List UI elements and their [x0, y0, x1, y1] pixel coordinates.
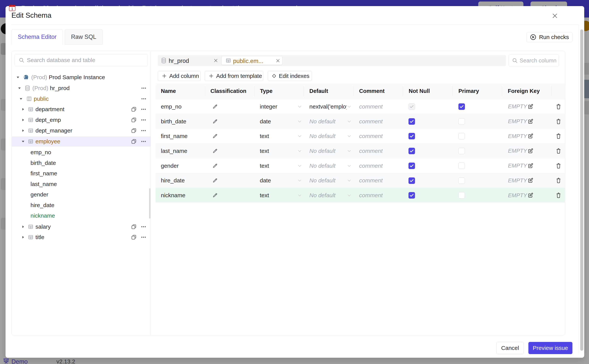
svg-text:1: 1 — [11, 7, 13, 11]
